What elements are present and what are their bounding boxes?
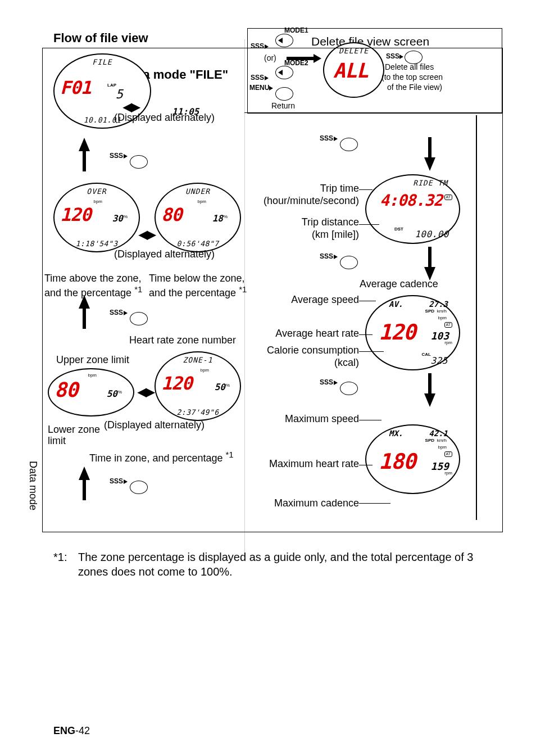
footnote-text: The zone percentage is displayed as a gu… (78, 550, 486, 579)
footnote: *1: The zone percentage is displayed as … (53, 550, 486, 579)
footnote-mark: *1: (53, 550, 78, 579)
flow-title: Flow of file view (53, 31, 148, 46)
page-number: ENG-42 (53, 725, 90, 737)
outer-box (42, 48, 503, 532)
sidebar-label: Data mode (27, 461, 39, 510)
page-num: -42 (75, 725, 90, 736)
page-prefix: ENG (53, 725, 75, 736)
